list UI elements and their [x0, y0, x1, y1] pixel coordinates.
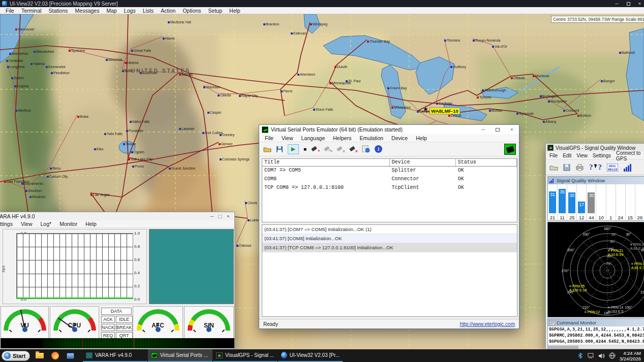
stop-emulation-icon[interactable]: ■	[303, 146, 306, 152]
vara-close-button[interactable]: ×	[224, 212, 232, 220]
remote-desktop-icon[interactable]	[65, 351, 76, 361]
vspe-titlebar[interactable]: Virtual Serial Ports Emulator (64 bit) (…	[259, 125, 519, 134]
vspe-menu-helpers[interactable]: Helpers	[329, 135, 355, 141]
uiview-menu-setup[interactable]: Setup	[205, 8, 226, 14]
vara-button-nack[interactable]: NACK	[101, 324, 115, 331]
vspe-minimize-button[interactable]: ─	[476, 125, 490, 134]
about-icon[interactable]: i	[375, 145, 382, 153]
open-icon[interactable]	[549, 164, 558, 171]
uiview-menu-action[interactable]: Action	[157, 8, 179, 14]
save-icon[interactable]	[563, 164, 570, 171]
vspe-menu-help[interactable]: Help	[412, 135, 431, 141]
vspe-window[interactable]: Virtual Serial Ports Emulator (64 bit) (…	[259, 124, 519, 329]
uiview-menu-stations[interactable]: Stations	[45, 8, 72, 14]
visualgps-menu-edit[interactable]: Edit	[560, 153, 574, 158]
uiview-menu-lists[interactable]: Lists	[139, 8, 158, 14]
network-disconnected-icon[interactable]: ×	[588, 352, 595, 359]
script-icon[interactable]	[362, 145, 370, 153]
start-button[interactable]: Start	[2, 351, 30, 361]
vspe-table-row[interactable]: TCP COM8 => 127.0.0.1:8100TcpClientOK	[262, 184, 517, 192]
vara-menu-monitor[interactable]: Monitor	[55, 221, 81, 227]
globe-network-icon[interactable]	[609, 352, 616, 359]
taskbar-button-vspe[interactable]: Virtual Serial Ports ...	[148, 349, 212, 362]
vspe-close-button[interactable]: ×	[505, 125, 519, 134]
uiview-menu-help[interactable]: Help	[226, 8, 244, 14]
vara-menu-view[interactable]: View	[17, 221, 37, 227]
signal-quality-icon[interactable]	[623, 163, 632, 172]
aprs-station-label[interactable]: WA8LMF-10	[430, 108, 460, 114]
reinit-device-icon[interactable]: ↷	[324, 146, 332, 153]
vspe-menu-device[interactable]: Device	[387, 135, 412, 141]
visualgps-menu-connect-to-gps[interactable]: Connect to GPS	[614, 150, 644, 161]
vspe-table-row[interactable]: COM8ConnectorOK	[262, 175, 517, 184]
uiview-menu-messages[interactable]: Messages	[72, 8, 103, 14]
vara-menubar: SettingsViewLog*MonitorHelp	[0, 220, 234, 228]
visualgps-menu-settings[interactable]: Settings	[590, 153, 614, 158]
vara-menu-log-[interactable]: Log*	[37, 221, 56, 227]
start-emulation-icon[interactable]: ▶	[288, 144, 299, 154]
vspe-menu-emulation[interactable]: Emulation	[355, 135, 387, 141]
vspe-table-row[interactable]: COM7 => COM5SplitterOK	[262, 167, 517, 175]
vara-button-ack[interactable]: ACK	[101, 316, 115, 323]
vspe-menu-view[interactable]: View	[278, 135, 297, 141]
col-status[interactable]: Status	[456, 159, 517, 166]
context-help-icon[interactable]: ?	[598, 163, 602, 172]
map-city-label: Boise	[77, 115, 89, 118]
help-icon[interactable]: ?	[589, 163, 593, 172]
vara-minimize-button[interactable]: ─	[208, 212, 216, 220]
vara-button-idle[interactable]: IDLE	[116, 316, 133, 323]
delete-all-devices-icon[interactable]: ×	[349, 146, 357, 153]
command-monitor-titlebar[interactable]: Command Monitor ▬	[548, 319, 644, 326]
print-icon[interactable]	[575, 164, 584, 171]
visualgps-menu-view[interactable]: View	[574, 153, 590, 158]
command-monitor-hscrollbar[interactable]	[548, 345, 644, 349]
uiview-minimize-button[interactable]: ─	[615, 1, 618, 6]
vspe-menu-file[interactable]: File	[261, 135, 278, 141]
map-city-label: Twin Falls	[104, 132, 122, 136]
nmea-output: $GPGSA,A,3,21,11,25,12,,,,,,,,4.1,2.7,3.…	[548, 326, 644, 345]
uiview-menu-map[interactable]: Map	[103, 8, 120, 14]
command-monitor-child-window[interactable]: Command Monitor ▬ $GPGSA,A,3,21,11,25,12…	[547, 318, 644, 349]
save-icon[interactable]	[276, 146, 283, 153]
open-icon[interactable]	[263, 146, 271, 153]
col-device[interactable]: Device	[390, 159, 456, 166]
vspe-maximize-button[interactable]	[490, 125, 505, 134]
visualgps-menu-file[interactable]: File	[547, 153, 560, 158]
uiview-titlebar[interactable]: UI-View32 V2.03 [Precision Mapping V9 Se…	[0, 0, 644, 7]
uiview-menubar: FileTerminalStationsMessagesMapLogsLists…	[0, 7, 644, 14]
vara-menu-help[interactable]: Help	[81, 221, 101, 227]
map-centre-info: Centre 3733.52N, 09459.73W Range Scale 8…	[551, 16, 644, 23]
visualgps-window[interactable]: VisualGPS - Signal Quality Window FileEd…	[545, 143, 644, 349]
vara-menu-settings[interactable]: Settings	[0, 221, 17, 227]
volume-icon[interactable]	[598, 352, 605, 359]
uiview-maximize-button[interactable]	[627, 2, 630, 6]
uiview-menu-terminal[interactable]: Terminal	[18, 8, 45, 14]
taskbar-clock[interactable]: 4:24 AM 3/24/2026	[620, 350, 641, 361]
signal-quality-titlebar[interactable]: Signal Quality Window ▬	[548, 177, 644, 184]
vara-maximize-button[interactable]	[216, 212, 224, 220]
vara-window[interactable]: VARA HF v4.9.0 ─ × SettingsViewLog*Monit…	[0, 212, 235, 349]
eterlogic-link[interactable]: http://www.eterlogic.com	[460, 321, 515, 327]
delete-device-icon[interactable]: ×	[336, 146, 345, 153]
map-city-label: Gillette	[218, 93, 231, 97]
signal-quality-child-window[interactable]: Signal Quality Window ▬ 3121351130251712…	[547, 176, 644, 221]
uiview-menu-logs[interactable]: Logs	[120, 8, 139, 14]
col-title[interactable]: Title	[262, 159, 390, 166]
data-button[interactable]: DATA	[101, 308, 132, 315]
file-explorer-icon[interactable]	[34, 351, 45, 361]
bluetooth-icon[interactable]	[577, 352, 584, 359]
create-device-icon[interactable]: *	[311, 146, 319, 153]
uiview-menu-file[interactable]: File	[2, 8, 18, 14]
taskbar-button-vara[interactable]: VARA HF v4.9.0	[83, 349, 147, 362]
uiview-menu-options[interactable]: Options	[179, 8, 204, 14]
taskbar-button-uiview[interactable]: UI-View32 V2.03 [Pr...	[278, 349, 343, 362]
signal-bar-prn-label: 15	[626, 215, 635, 220]
firefox-icon[interactable]	[49, 351, 60, 361]
nmea-monitor-icon[interactable]: 101100110	[607, 163, 618, 172]
vara-titlebar[interactable]: VARA HF v4.9.0 ─ ×	[0, 212, 234, 220]
vara-button-break[interactable]: BREAK	[116, 324, 133, 331]
uiview-close-button[interactable]: ×	[638, 1, 641, 6]
vspe-menu-language[interactable]: Language	[297, 135, 329, 141]
taskbar-button-visualgps[interactable]: VisualGPS - Signal ...	[213, 349, 278, 362]
svg-text:×: ×	[591, 355, 594, 359]
